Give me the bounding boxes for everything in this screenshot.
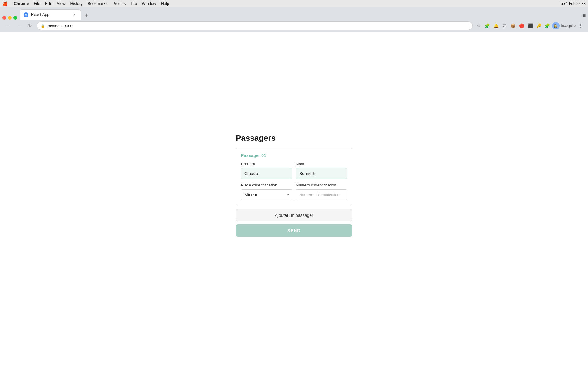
page-content: Passagers Passager 01 Prenom Nom Piece d… (0, 32, 588, 368)
menu-tab[interactable]: Tab (130, 1, 137, 6)
menu-edit[interactable]: Edit (45, 1, 52, 6)
send-button[interactable]: SEND (236, 224, 352, 237)
tab-bar-menu-icon[interactable]: ≡ (583, 13, 586, 18)
tab-bar: R React App × + ≡ (0, 7, 588, 20)
macos-menubar: 🍎 Chrome File Edit View History Bookmark… (0, 0, 588, 7)
back-icon: ← (6, 23, 10, 28)
id-row: Piece d'identification Mineur Adulte Sen… (241, 183, 347, 200)
incognito-label: Incognito (561, 24, 576, 28)
extension-btn-1[interactable]: 🧩 (484, 22, 491, 29)
menu-history[interactable]: History (70, 1, 82, 6)
extension-btn-3[interactable]: 🛡 (501, 22, 508, 29)
menu-help[interactable]: Help (161, 1, 169, 6)
passager-label: Passager 01 (241, 153, 347, 158)
numero-group: Numero d'identification (296, 183, 347, 200)
refresh-icon: ↻ (28, 23, 32, 28)
extension-btn-7[interactable]: 🔑 (535, 22, 542, 29)
numero-input[interactable] (296, 189, 347, 200)
url-display: localhost:3000 (47, 24, 73, 28)
menu-view[interactable]: View (57, 1, 65, 6)
page-title: Passagers (236, 133, 352, 143)
menu-bookmarks[interactable]: Bookmarks (88, 1, 107, 6)
maximize-traffic-light[interactable] (13, 16, 17, 20)
app-name: Chrome (14, 1, 29, 6)
profile-button[interactable]: 🕵 (552, 22, 560, 29)
nom-group: Nom (296, 162, 347, 179)
address-bar-right: ☆ 🧩 🔔 🛡 📦 🔴 ⬛ 🔑 🧩 🕵 Incognito ⋮ (475, 22, 584, 29)
extension-btn-6[interactable]: ⬛ (526, 22, 534, 29)
prenom-input[interactable] (241, 168, 292, 179)
menubar-right: Tue 1 Feb 22:38 (559, 2, 586, 6)
numero-label: Numero d'identification (296, 183, 347, 187)
menu-profiles[interactable]: Profiles (112, 1, 126, 6)
extension-btn-4[interactable]: 📦 (509, 22, 517, 29)
send-label: SEND (288, 228, 301, 233)
passager-card: Passager 01 Prenom Nom Piece d'identific… (236, 148, 352, 205)
minimize-traffic-light[interactable] (8, 16, 12, 20)
menu-window[interactable]: Window (142, 1, 156, 6)
address-bar: ← → ↻ 🔒 localhost:3000 ☆ 🧩 🔔 🛡 📦 🔴 ⬛ 🔑 🧩… (0, 20, 588, 32)
extensions-button[interactable]: 🧩 (544, 22, 551, 29)
extension-btn-5[interactable]: 🔴 (518, 22, 525, 29)
piece-label: Piece d'identification (241, 183, 292, 187)
browser-chrome: R React App × + ≡ ← → ↻ 🔒 localhost:3000… (0, 7, 588, 32)
nom-input[interactable] (296, 168, 347, 179)
piece-group: Piece d'identification Mineur Adulte Sen… (241, 183, 292, 200)
tab-title: React App (31, 12, 70, 17)
apple-icon: 🍎 (2, 1, 8, 6)
add-passager-button[interactable]: Ajouter un passager (236, 209, 352, 221)
extension-btn-2[interactable]: 🔔 (492, 22, 499, 29)
new-tab-button[interactable]: + (82, 11, 91, 20)
browser-tab[interactable]: R React App × (20, 9, 81, 20)
forward-icon: → (17, 23, 21, 28)
tab-bar-right: ≡ (583, 13, 586, 20)
add-passager-label: Ajouter un passager (275, 213, 313, 218)
lock-icon: 🔒 (41, 24, 45, 28)
tab-favicon: R (24, 12, 28, 17)
prenom-label: Prenom (241, 162, 292, 166)
incognito-section: 🕵 Incognito (552, 22, 576, 29)
nom-label: Nom (296, 162, 347, 166)
address-input-container[interactable]: 🔒 localhost:3000 (37, 21, 473, 30)
back-button[interactable]: ← (4, 21, 12, 30)
browser-menu-button[interactable]: ⋮ (577, 22, 584, 29)
datetime: Tue 1 Feb 22:38 (559, 2, 586, 6)
menu-file[interactable]: File (34, 1, 40, 6)
forward-button[interactable]: → (15, 21, 23, 30)
passagers-container: Passagers Passager 01 Prenom Nom Piece d… (236, 133, 352, 237)
piece-select[interactable]: Mineur Adulte Senior (241, 189, 292, 200)
name-row: Prenom Nom (241, 162, 347, 179)
bookmark-button[interactable]: ☆ (475, 22, 482, 29)
id-select-container: Mineur Adulte Senior ▾ (241, 189, 292, 200)
tab-close-button[interactable]: × (72, 12, 77, 17)
prenom-group: Prenom (241, 162, 292, 179)
close-traffic-light[interactable] (2, 16, 6, 20)
traffic-lights (2, 16, 20, 20)
refresh-button[interactable]: ↻ (26, 21, 34, 30)
